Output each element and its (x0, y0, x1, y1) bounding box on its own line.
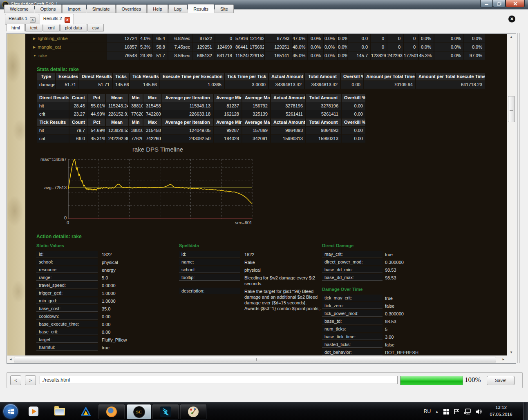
tray-expand-icon[interactable]: ▲ (435, 410, 439, 413)
forward-button[interactable]: > (25, 375, 36, 385)
network-icon[interactable] (464, 409, 471, 415)
table-cell: 0.0 (347, 43, 370, 51)
scroll-right-icon[interactable]: ► (500, 356, 507, 363)
table-cell: Executes (55, 73, 78, 80)
table-cell: 0.00 (341, 135, 365, 143)
table-cell: hit (37, 127, 69, 134)
scrollbar-thumb[interactable] (14, 357, 496, 362)
table-cell: 51.71 (55, 81, 78, 89)
table-cell: 0 (387, 43, 403, 51)
tab-csv[interactable]: csv (87, 24, 104, 31)
daemon-tools-icon (81, 407, 91, 416)
vertical-scrollbar[interactable]: ▲ ▼ (507, 34, 515, 356)
list-item: tooltip: Bleeding for $w2 damage every $… (179, 274, 326, 286)
table-cell: 44.99% (87, 110, 105, 118)
paint-icon (188, 407, 199, 417)
tab-site[interactable]: Site (215, 4, 234, 13)
table-cell: 0.0% (337, 43, 347, 51)
action-center-flag-icon[interactable] (454, 409, 459, 415)
tab-welcome[interactable]: Welcome (4, 4, 34, 13)
folder-icon (54, 408, 65, 416)
windows-update-icon[interactable] (443, 409, 449, 415)
table-cell: 97.0% (463, 51, 485, 60)
table-cell: Direct Results (78, 73, 112, 80)
table-cell: 0.0% (323, 34, 337, 42)
table-cell: 0 (370, 43, 387, 51)
close-tab-icon[interactable]: x (65, 17, 70, 23)
language-indicator[interactable]: RU (424, 409, 431, 414)
tab-xml[interactable]: xml (43, 24, 60, 31)
table-cell: 0.0% (463, 34, 485, 42)
static-values-table: Static Values id: 1822 school: physical (36, 243, 183, 352)
ability-row-mangle-cat[interactable]: ▶mangle_cat (31, 43, 106, 51)
table-cell: 242293 (387, 51, 403, 60)
scroll-left-icon[interactable]: ◄ (7, 356, 14, 363)
start-button[interactable] (3, 404, 18, 419)
tab-simulate[interactable]: Simulate (87, 4, 116, 13)
table-cell: 0.0% (323, 51, 337, 60)
table-cell: 0 (215, 34, 235, 42)
list-item: base_tick_time: 3.00 (322, 333, 469, 340)
show-desktop-button[interactable] (523, 402, 528, 420)
back-button[interactable]: < (10, 375, 21, 385)
table-cell: 315458 (143, 102, 161, 110)
tab-overrides[interactable]: Overrides (116, 4, 147, 13)
tab-html[interactable]: html (7, 24, 25, 31)
taskbar-item-wow[interactable] (152, 404, 179, 420)
table-cell: 86441 (235, 43, 249, 51)
tab-help[interactable]: Help (147, 4, 168, 13)
ability-row-lightning-strike[interactable]: ▶lightning_strike (31, 34, 106, 42)
tab-results[interactable]: Results (188, 4, 214, 13)
taskbar-item-media-player[interactable] (25, 404, 42, 419)
scrollbar-thumb[interactable] (508, 96, 515, 122)
save-button[interactable]: Save! (487, 376, 515, 385)
tab-plot-data[interactable]: plot data (60, 24, 87, 31)
list-item: base_execute_time: 0.00 (36, 321, 183, 327)
table-cell: 23.27 (69, 110, 87, 118)
table-cell: 55.01% (87, 102, 105, 110)
table-row: hit28.4555.01%115243.2438810315458115349… (37, 102, 365, 110)
table-cell: Count (69, 118, 87, 126)
dps-timeline-chart: rake DPS Timeline max=138367 avg=72513 0… (35, 146, 280, 230)
scroll-down-icon[interactable]: ▼ (507, 349, 515, 356)
expanded-icon: ▼ (33, 54, 36, 58)
tab-log[interactable]: Log (168, 4, 187, 13)
taskbar-item-simulationcraft[interactable]: SC (127, 404, 151, 420)
url-field[interactable] (40, 376, 398, 384)
table-cell: Average Max (242, 118, 270, 126)
list-item: base_dd_min: 98.53 (322, 266, 469, 273)
ability-row-rake[interactable]: ▼rake (31, 51, 106, 60)
minimize-button[interactable] (480, 0, 493, 7)
tab-text[interactable]: text (25, 24, 43, 31)
scroll-up-icon[interactable]: ▲ (507, 34, 515, 40)
table-cell: 0 (403, 34, 418, 42)
tab-results-2[interactable]: Results 2x (40, 14, 74, 25)
taskbar-item-daemon-tools[interactable] (78, 404, 94, 419)
tab-options[interactable]: Options (35, 4, 62, 13)
restore-button[interactable] (493, 0, 506, 7)
table-cell: 0 (403, 43, 418, 51)
list-item: dot_behavior: DOT_REFRESH (322, 349, 469, 355)
list-item: id: 1822 (36, 251, 183, 257)
chart-max-label: max=138367 (35, 157, 67, 162)
table-cell: 641718.23 (415, 81, 485, 89)
table-cell: Ticks (112, 73, 129, 80)
list-item: school: physical (36, 259, 183, 265)
tab-results-1[interactable]: Results 1x (5, 14, 39, 25)
taskbar-item-firefox[interactable] (98, 404, 125, 420)
taskbar-clock[interactable]: 13:12 07.05.2016 (484, 404, 518, 418)
table-cell: 87522 (192, 34, 215, 42)
list-item: description: Rake the target for {$s1=99… (179, 288, 326, 311)
list-item: travel_speed: 0.0000 (36, 282, 183, 288)
horizontal-scrollbar[interactable]: ◄ ► (7, 355, 507, 363)
list-item: tick_power_mod: 0.300000 (322, 310, 469, 317)
close-all-results-icon[interactable]: ✕ (508, 16, 515, 22)
taskbar-item-paint[interactable] (180, 404, 207, 420)
table-cell: Total Amount (305, 94, 341, 102)
volume-icon[interactable] (476, 409, 482, 415)
tab-import[interactable]: Import (62, 4, 86, 13)
close-tab-icon[interactable]: x (30, 17, 36, 23)
close-button[interactable] (506, 0, 525, 7)
simulationcraft-icon: SC (133, 406, 145, 418)
taskbar-item-explorer[interactable] (51, 404, 68, 419)
